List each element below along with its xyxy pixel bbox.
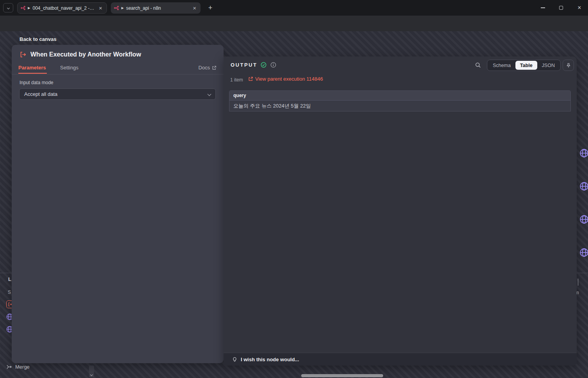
canvas-node-globe[interactable] (579, 247, 588, 259)
n8n-favicon (21, 5, 25, 11)
canvas-horizontal-scrollbar[interactable] (301, 374, 383, 377)
tabs-divider (12, 74, 224, 74)
play-icon: ▶ (121, 6, 124, 10)
docs-link[interactable]: Docs (198, 65, 217, 71)
lightbulb-icon (232, 357, 237, 362)
play-icon: ▶ (28, 6, 30, 10)
node-header: When Executed by Another Workflow (20, 51, 141, 58)
minimize-icon (541, 7, 545, 8)
output-view-toggle: Schema Table JSON (487, 60, 561, 71)
browser-titlebar: ▶ 004_chatbot_naver_api_2 - n8n × ▶ sear… (0, 0, 588, 16)
close-tab-icon[interactable]: × (98, 5, 103, 11)
output-table: query 오늘의 주요 뉴스 2024년 5월 22일 (229, 90, 571, 111)
output-search-button[interactable] (475, 62, 481, 70)
maximize-icon (559, 6, 563, 10)
logs-subtitle-fragment: S (8, 290, 11, 295)
window-minimize-button[interactable] (537, 3, 549, 12)
parent-execution-label: View parent execution 114846 (255, 76, 323, 82)
tab-settings[interactable]: Settings (60, 65, 78, 71)
n8n-workspace: L S em Merge Back to canvas When Execute… (0, 31, 588, 378)
globe-icon (579, 148, 588, 158)
window-close-button[interactable]: × (574, 3, 585, 12)
external-link-icon (212, 65, 217, 70)
tab-search-button[interactable] (3, 3, 13, 12)
window-maximize-button[interactable] (555, 3, 567, 12)
output-panel: OUTPUT Schema Table JSON 1 item View par… (224, 57, 577, 366)
browser-navbar: https://n8n.nambaksa.kr/workflow/ZoEqB2i… (0, 16, 588, 31)
canvas-node-globe[interactable] (579, 181, 588, 193)
active-tab-underline (18, 73, 47, 74)
scroll-down-icon (90, 373, 93, 376)
external-link-icon (248, 76, 253, 81)
canvas-node-globe[interactable] (579, 214, 588, 226)
merge-node-label: Merge (15, 364, 30, 370)
back-to-canvas-link[interactable]: Back to canvas (20, 36, 57, 42)
view-json-button[interactable]: JSON (537, 61, 560, 70)
logs-scrollbar[interactable] (89, 366, 94, 377)
close-tab-icon[interactable]: × (192, 5, 197, 11)
search-icon (475, 62, 481, 68)
pin-data-button[interactable] (563, 60, 574, 71)
selected-option: Accept all data (24, 91, 208, 97)
chevron-down-icon (7, 6, 9, 9)
chevron-down-icon (208, 92, 211, 96)
node-feedback-bar[interactable]: I wish this node would... (224, 353, 577, 366)
browser-tab-2-active[interactable]: ▶ search_api - n8n × (111, 2, 201, 14)
input-data-mode-label: Input data mode (20, 80, 53, 85)
node-settings-panel: When Executed by Another Workflow Parame… (12, 45, 224, 363)
logs-collapse-button[interactable] (578, 279, 578, 286)
input-data-mode-select[interactable]: Accept all data (19, 88, 216, 100)
globe-icon (579, 181, 588, 191)
info-icon[interactable] (270, 62, 276, 69)
tab-parameters[interactable]: Parameters (18, 65, 46, 71)
merge-node-row[interactable]: Merge (6, 364, 30, 370)
canvas-node-globe[interactable] (579, 148, 588, 160)
pin-icon (566, 63, 571, 68)
chevron-up-icon (578, 279, 578, 286)
n8n-favicon (114, 5, 119, 11)
view-parent-execution-link[interactable]: View parent execution 114846 (248, 76, 323, 82)
success-status-icon (261, 62, 266, 69)
new-tab-button[interactable]: + (206, 3, 215, 12)
logs-panel-divider (577, 273, 588, 273)
globe-icon (579, 214, 588, 224)
browser-tab-1[interactable]: ▶ 004_chatbot_naver_api_2 - n8n × (17, 2, 107, 14)
table-cell[interactable]: 오늘의 주요 뉴스 2024년 5월 22일 (229, 101, 570, 111)
logs-panel-title-fragment: L (8, 276, 11, 282)
table-column-header[interactable]: query (229, 91, 570, 101)
globe-icon (579, 247, 588, 258)
docs-label: Docs (198, 65, 210, 71)
tab-title: search_api - n8n (126, 5, 189, 11)
view-table-button[interactable]: Table (515, 61, 537, 70)
node-title: When Executed by Another Workflow (30, 51, 141, 58)
output-title: OUTPUT (231, 62, 257, 68)
logs-panel-divider (0, 273, 12, 273)
items-count: 1 item (230, 77, 243, 83)
executed-by-workflow-icon (20, 51, 27, 58)
wish-text: I wish this node would... (241, 357, 299, 362)
view-schema-button[interactable]: Schema (488, 61, 515, 70)
tab-title: 004_chatbot_naver_api_2 - n8n (32, 5, 95, 11)
merge-icon (6, 364, 12, 370)
